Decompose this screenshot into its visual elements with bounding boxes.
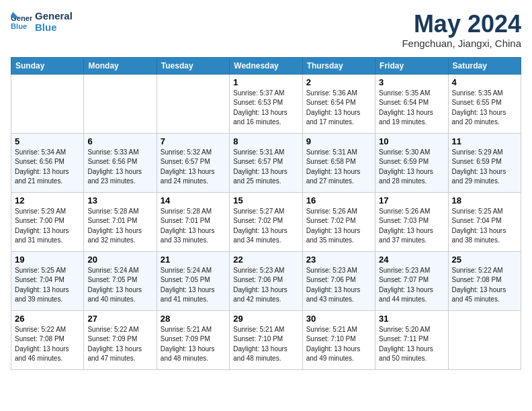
calendar-cell: 10Sunrise: 5:30 AMSunset: 6:59 PMDayligh… bbox=[375, 133, 448, 192]
day-info: Sunrise: 5:22 AMSunset: 7:08 PMDaylight:… bbox=[15, 325, 80, 364]
calendar-cell: 25Sunrise: 5:22 AMSunset: 7:08 PMDayligh… bbox=[448, 251, 521, 310]
day-number: 26 bbox=[15, 314, 80, 324]
calendar-header: SundayMondayTuesdayWednesdayThursdayFrid… bbox=[11, 57, 521, 74]
day-info: Sunrise: 5:21 AMSunset: 7:10 PMDaylight:… bbox=[306, 325, 371, 364]
calendar-cell: 9Sunrise: 5:31 AMSunset: 6:58 PMDaylight… bbox=[302, 133, 375, 192]
calendar-cell: 21Sunrise: 5:24 AMSunset: 7:05 PMDayligh… bbox=[157, 251, 229, 310]
day-info: Sunrise: 5:27 AMSunset: 7:02 PMDaylight:… bbox=[233, 207, 298, 246]
day-number: 14 bbox=[161, 195, 226, 205]
calendar-cell: 23Sunrise: 5:23 AMSunset: 7:06 PMDayligh… bbox=[302, 251, 375, 310]
day-header-sunday: Sunday bbox=[11, 57, 84, 74]
logo-blue: Blue bbox=[35, 22, 73, 34]
logo: General Blue General Blue bbox=[11, 11, 73, 33]
day-info: Sunrise: 5:21 AMSunset: 7:10 PMDaylight:… bbox=[233, 325, 298, 364]
day-header-friday: Friday bbox=[375, 57, 448, 74]
calendar-cell: 13Sunrise: 5:28 AMSunset: 7:01 PMDayligh… bbox=[84, 192, 157, 251]
week-row-3: 12Sunrise: 5:29 AMSunset: 7:00 PMDayligh… bbox=[11, 192, 521, 251]
day-number: 6 bbox=[87, 136, 152, 146]
day-info: Sunrise: 5:26 AMSunset: 7:02 PMDaylight:… bbox=[306, 207, 371, 246]
day-number: 21 bbox=[161, 255, 226, 265]
day-number: 16 bbox=[306, 195, 371, 205]
calendar-cell: 17Sunrise: 5:26 AMSunset: 7:03 PMDayligh… bbox=[375, 192, 448, 251]
day-info: Sunrise: 5:22 AMSunset: 7:08 PMDaylight:… bbox=[452, 266, 517, 305]
calendar-cell bbox=[448, 310, 521, 369]
week-row-5: 26Sunrise: 5:22 AMSunset: 7:08 PMDayligh… bbox=[11, 310, 521, 369]
calendar-cell: 7Sunrise: 5:32 AMSunset: 6:57 PMDaylight… bbox=[157, 133, 229, 192]
logo-general: General bbox=[35, 11, 73, 22]
calendar-cell: 26Sunrise: 5:22 AMSunset: 7:08 PMDayligh… bbox=[11, 310, 84, 369]
day-number: 18 bbox=[452, 195, 517, 205]
day-info: Sunrise: 5:28 AMSunset: 7:01 PMDaylight:… bbox=[161, 207, 226, 246]
calendar-cell: 14Sunrise: 5:28 AMSunset: 7:01 PMDayligh… bbox=[157, 192, 229, 251]
calendar-cell: 29Sunrise: 5:21 AMSunset: 7:10 PMDayligh… bbox=[230, 310, 302, 369]
day-info: Sunrise: 5:31 AMSunset: 6:57 PMDaylight:… bbox=[233, 148, 298, 187]
calendar-cell: 3Sunrise: 5:35 AMSunset: 6:54 PMDaylight… bbox=[375, 74, 448, 133]
calendar-table: SundayMondayTuesdayWednesdayThursdayFrid… bbox=[11, 57, 521, 370]
day-info: Sunrise: 5:25 AMSunset: 7:04 PMDaylight:… bbox=[15, 266, 80, 305]
calendar-cell: 19Sunrise: 5:25 AMSunset: 7:04 PMDayligh… bbox=[11, 251, 84, 310]
day-number: 28 bbox=[161, 314, 226, 324]
calendar-cell: 15Sunrise: 5:27 AMSunset: 7:02 PMDayligh… bbox=[230, 192, 302, 251]
day-number: 31 bbox=[379, 314, 444, 324]
day-number: 13 bbox=[87, 195, 152, 205]
day-number: 19 bbox=[15, 255, 80, 265]
day-number: 7 bbox=[161, 136, 226, 146]
day-header-wednesday: Wednesday bbox=[230, 57, 302, 74]
calendar-cell: 2Sunrise: 5:36 AMSunset: 6:54 PMDaylight… bbox=[302, 74, 375, 133]
title-block: May 2024 Fengchuan, Jiangxi, China bbox=[402, 11, 521, 49]
calendar-cell: 11Sunrise: 5:29 AMSunset: 6:59 PMDayligh… bbox=[448, 133, 521, 192]
day-number: 3 bbox=[379, 77, 444, 87]
day-header-tuesday: Tuesday bbox=[157, 57, 229, 74]
page-header: General Blue General Blue May 2024 Fengc… bbox=[11, 11, 521, 49]
day-info: Sunrise: 5:24 AMSunset: 7:05 PMDaylight:… bbox=[87, 266, 152, 305]
calendar-cell: 22Sunrise: 5:23 AMSunset: 7:06 PMDayligh… bbox=[230, 251, 302, 310]
day-number: 10 bbox=[379, 136, 444, 146]
day-number: 25 bbox=[452, 255, 517, 265]
day-info: Sunrise: 5:25 AMSunset: 7:04 PMDaylight:… bbox=[452, 207, 517, 246]
location: Fengchuan, Jiangxi, China bbox=[402, 38, 521, 49]
day-number: 8 bbox=[233, 136, 298, 146]
calendar-cell: 5Sunrise: 5:34 AMSunset: 6:56 PMDaylight… bbox=[11, 133, 84, 192]
calendar-cell: 12Sunrise: 5:29 AMSunset: 7:00 PMDayligh… bbox=[11, 192, 84, 251]
calendar-cell: 4Sunrise: 5:35 AMSunset: 6:55 PMDaylight… bbox=[448, 74, 521, 133]
day-info: Sunrise: 5:26 AMSunset: 7:03 PMDaylight:… bbox=[379, 207, 444, 246]
calendar-cell bbox=[157, 74, 229, 133]
day-number: 27 bbox=[87, 314, 152, 324]
day-number: 2 bbox=[306, 77, 371, 87]
day-number: 30 bbox=[306, 314, 371, 324]
day-info: Sunrise: 5:29 AMSunset: 7:00 PMDaylight:… bbox=[15, 207, 80, 246]
day-info: Sunrise: 5:32 AMSunset: 6:57 PMDaylight:… bbox=[161, 148, 226, 187]
day-info: Sunrise: 5:22 AMSunset: 7:09 PMDaylight:… bbox=[87, 325, 152, 364]
day-number: 22 bbox=[233, 255, 298, 265]
day-number: 24 bbox=[379, 255, 444, 265]
day-info: Sunrise: 5:35 AMSunset: 6:54 PMDaylight:… bbox=[379, 89, 444, 128]
calendar-cell: 27Sunrise: 5:22 AMSunset: 7:09 PMDayligh… bbox=[84, 310, 157, 369]
day-info: Sunrise: 5:35 AMSunset: 6:55 PMDaylight:… bbox=[452, 89, 517, 128]
day-info: Sunrise: 5:33 AMSunset: 6:56 PMDaylight:… bbox=[87, 148, 152, 187]
day-info: Sunrise: 5:23 AMSunset: 7:07 PMDaylight:… bbox=[379, 266, 444, 305]
day-info: Sunrise: 5:28 AMSunset: 7:01 PMDaylight:… bbox=[87, 207, 152, 246]
calendar-cell: 16Sunrise: 5:26 AMSunset: 7:02 PMDayligh… bbox=[302, 192, 375, 251]
day-number: 11 bbox=[452, 136, 517, 146]
day-number: 5 bbox=[15, 136, 80, 146]
day-header-thursday: Thursday bbox=[302, 57, 375, 74]
calendar-cell: 8Sunrise: 5:31 AMSunset: 6:57 PMDaylight… bbox=[230, 133, 302, 192]
day-number: 9 bbox=[306, 136, 371, 146]
day-info: Sunrise: 5:20 AMSunset: 7:11 PMDaylight:… bbox=[379, 325, 444, 364]
calendar-cell: 30Sunrise: 5:21 AMSunset: 7:10 PMDayligh… bbox=[302, 310, 375, 369]
svg-text:Blue: Blue bbox=[11, 21, 27, 30]
calendar-cell: 31Sunrise: 5:20 AMSunset: 7:11 PMDayligh… bbox=[375, 310, 448, 369]
day-info: Sunrise: 5:30 AMSunset: 6:59 PMDaylight:… bbox=[379, 148, 444, 187]
week-row-1: 1Sunrise: 5:37 AMSunset: 6:53 PMDaylight… bbox=[11, 74, 521, 133]
day-number: 4 bbox=[452, 77, 517, 87]
day-header-monday: Monday bbox=[84, 57, 157, 74]
day-info: Sunrise: 5:29 AMSunset: 6:59 PMDaylight:… bbox=[452, 148, 517, 187]
logo-icon: General Blue bbox=[11, 11, 32, 33]
calendar-cell: 1Sunrise: 5:37 AMSunset: 6:53 PMDaylight… bbox=[230, 74, 302, 133]
day-number: 1 bbox=[233, 77, 298, 87]
calendar-cell bbox=[11, 74, 84, 133]
day-info: Sunrise: 5:34 AMSunset: 6:56 PMDaylight:… bbox=[15, 148, 80, 187]
day-number: 17 bbox=[379, 195, 444, 205]
calendar-cell: 20Sunrise: 5:24 AMSunset: 7:05 PMDayligh… bbox=[84, 251, 157, 310]
calendar-cell bbox=[84, 74, 157, 133]
